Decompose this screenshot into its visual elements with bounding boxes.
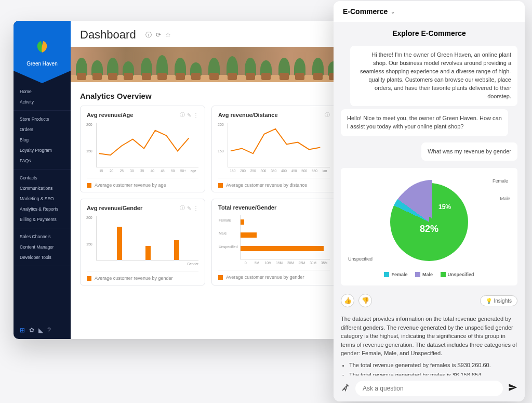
nav-sales-channels[interactable]: Sales Channels <box>14 231 71 242</box>
star-icon[interactable]: ☆ <box>165 31 171 38</box>
brand-name: Green Haven <box>26 61 57 67</box>
caption: Average customer revenue by gender <box>218 270 330 280</box>
lightbulb-icon: 💡 <box>486 298 492 304</box>
card-avg-revenue-distance: Avg revenue/Distance ⓘ 200 150 150200 25… <box>211 106 337 192</box>
brand-block: Green Haven <box>14 21 71 83</box>
nav-home[interactable]: Home <box>14 86 71 97</box>
caption: Average customer revenue by gender <box>87 271 198 281</box>
line-chart-age: 200 150 <box>96 123 198 167</box>
x-axis: 150200 250300 350400 450500 550km <box>228 169 330 173</box>
chat-input-row <box>334 375 525 401</box>
clear-chat-icon[interactable] <box>341 383 350 394</box>
edit-icon[interactable]: ✎ <box>187 112 191 118</box>
nav-loyalty[interactable]: Loyalty Program <box>14 145 71 155</box>
analysis-text: The dataset provides information on the … <box>341 315 517 375</box>
chat-title: Explore E-Commerce <box>334 22 525 43</box>
card-avg-revenue-age: Avg revenue/Age ⓘ ✎ ⋮ 200 150 1520 2530 … <box>80 106 205 192</box>
nav-billing-payments[interactable]: Billing & Payments <box>14 214 71 225</box>
more-icon[interactable]: ⋮ <box>193 205 198 211</box>
page-title: Dashboard <box>80 28 136 42</box>
x-axis: 1520 2530 3540 4550 50+age <box>96 169 198 173</box>
nav-blog[interactable]: Blog <box>14 135 71 145</box>
nav-developer-tools[interactable]: Developer Tools <box>14 252 71 263</box>
info-icon[interactable]: ⓘ <box>325 111 330 119</box>
info-icon[interactable]: ⓘ <box>145 31 152 40</box>
chevron-down-icon: ⌄ <box>391 9 395 15</box>
chat-header-label: E-Commerce <box>343 7 388 16</box>
nav-faqs[interactable]: FAQs <box>14 155 71 166</box>
refresh-icon[interactable]: ⟳ <box>156 31 161 38</box>
line-chart-svg <box>97 123 198 167</box>
pie-legend: Female Male Unspecified <box>348 272 510 278</box>
edit-icon[interactable]: ✎ <box>187 205 191 211</box>
pie-label-male: 15% <box>438 203 451 211</box>
card-title: Avg revenue/Age <box>87 112 178 118</box>
thumbs-up-button[interactable]: 👍 <box>341 294 354 307</box>
analysis-point: The total revenue generated by females i… <box>349 361 517 370</box>
chat-panel: E-Commerce ⌄ Explore E-Commerce Hi there… <box>334 1 525 401</box>
nav-orders[interactable]: Orders <box>14 124 71 135</box>
leaf-logo-icon <box>32 38 52 59</box>
card-avg-revenue-gender: Avg revenue/Gender ⓘ ✎ ⋮ 200 150 Gender <box>80 199 205 285</box>
line-chart-distance: 200 150 <box>228 123 330 167</box>
info-icon[interactable]: ⓘ <box>180 204 185 212</box>
sidebar-footer: ⊞ ✿ ◣ ? <box>14 321 71 339</box>
nav-activity[interactable]: Activity <box>14 97 71 107</box>
card-title: Avg revenue/Gender <box>87 205 178 211</box>
more-icon[interactable]: ⋮ <box>193 112 198 118</box>
card-total-revenue-gender: Total revenue/Gender Female Male Unspeci… <box>211 199 337 285</box>
user-message: Hi there! I'm the owner of Green Haven, … <box>350 46 517 106</box>
pie-chart-card: 82% 15% Female Male Unspecified Female M… <box>341 168 517 285</box>
legend-swatch <box>218 275 223 280</box>
card-title: Avg revenue/Distance <box>218 112 323 118</box>
chat-body: Hi there! I'm the owner of Green Haven, … <box>334 43 525 375</box>
user-message: What was my revenue by gender <box>421 142 517 161</box>
feedback-row: 👍 👎 💡 Insights <box>341 290 517 311</box>
analysis-point: The total revenue generated by males is … <box>349 371 517 375</box>
hero-banner <box>71 47 346 82</box>
thumbs-down-button[interactable]: 👎 <box>358 294 372 307</box>
sidebar: Green Haven Home Activity Store Products… <box>14 21 71 339</box>
line-chart-svg <box>228 123 330 167</box>
chat-header[interactable]: E-Commerce ⌄ <box>334 1 525 22</box>
legend-swatch <box>87 276 91 281</box>
gear-icon[interactable]: ✿ <box>29 327 34 334</box>
dashboard-window: Green Haven Home Activity Store Products… <box>14 21 346 339</box>
info-icon[interactable]: ⓘ <box>180 111 185 119</box>
legend-swatch <box>218 183 223 188</box>
nav-contacts[interactable]: Contacts <box>14 173 71 183</box>
nav-store-products[interactable]: Store Products <box>14 114 71 124</box>
caption: Average customer revenue by distance <box>218 178 330 188</box>
pie-chart: 82% 15% <box>390 183 468 261</box>
nav-content-manager[interactable]: Content Manager <box>14 242 71 252</box>
nav-analytics-reports[interactable]: Analytics & Reports <box>14 204 71 214</box>
nav-communications[interactable]: Communications <box>14 183 71 193</box>
legend-swatch <box>87 183 91 188</box>
bookmark-icon[interactable]: ◣ <box>38 327 43 334</box>
section-title: Analytics Overview <box>71 82 346 106</box>
hbar-chart-gender: Female Male Unspecified <box>240 215 330 259</box>
bar-chart-gender: 200 150 <box>96 216 198 261</box>
send-button[interactable] <box>508 383 517 394</box>
apps-icon[interactable]: ⊞ <box>20 327 25 334</box>
pie-legend-female: Female <box>493 178 508 184</box>
topbar: Dashboard ⓘ ⟳ ☆ <box>71 21 346 47</box>
pie-label-unspecified: 82% <box>420 224 438 235</box>
nav-marketing-seo[interactable]: Marketing & SEO <box>14 193 71 204</box>
card-title: Total revenue/Gender <box>218 204 330 211</box>
pie-legend-unspecified: Unspecified <box>348 256 373 262</box>
main-content: Dashboard ⓘ ⟳ ☆ Analytics Overview Avg r… <box>71 21 346 339</box>
caption: Average customer revenue by age <box>87 178 198 188</box>
pie-legend-male: Male <box>500 196 510 201</box>
chat-input[interactable] <box>355 381 503 396</box>
insights-button[interactable]: 💡 Insights <box>480 295 517 306</box>
help-icon[interactable]: ? <box>47 327 51 334</box>
bot-message: Hello! Nice to meet you, the owner of Gr… <box>341 109 508 136</box>
